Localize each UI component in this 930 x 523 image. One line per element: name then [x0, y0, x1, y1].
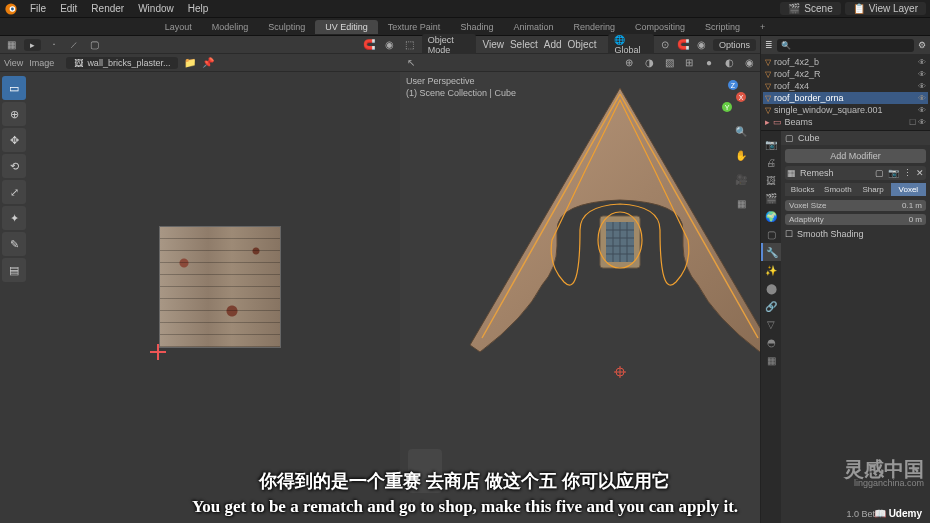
img-pin-icon[interactable]: 📌: [202, 57, 214, 68]
tab-particles-icon[interactable]: ✨: [761, 261, 781, 279]
visibility-icon[interactable]: ☐ 👁: [909, 118, 926, 127]
tool-select-icon[interactable]: ▭: [2, 76, 26, 100]
mod-menu-icon[interactable]: ⋮: [903, 168, 912, 178]
visibility-icon[interactable]: 👁: [918, 58, 926, 67]
uv-sync[interactable]: ▸: [24, 39, 41, 51]
scene-selector[interactable]: 🎬 Scene: [780, 2, 840, 15]
editor-type-icon[interactable]: ▦: [4, 38, 18, 52]
tool-annotate-icon[interactable]: ✎: [2, 232, 26, 256]
ws-sculpting[interactable]: Sculpting: [258, 20, 315, 34]
nav-mouse-widget[interactable]: [408, 449, 442, 493]
img-browse-icon[interactable]: 📁: [184, 57, 196, 68]
mode-select[interactable]: Object Mode: [422, 34, 477, 56]
outliner-filter-icon[interactable]: ⚙: [918, 40, 926, 50]
visibility-icon[interactable]: 👁: [918, 82, 926, 91]
camera-view-icon[interactable]: 🎥: [732, 170, 750, 188]
ws-animation[interactable]: Animation: [503, 20, 563, 34]
ws-add[interactable]: +: [750, 20, 775, 34]
mode-blocks[interactable]: Blocks: [785, 183, 820, 196]
modifier-name[interactable]: Remesh: [800, 168, 871, 178]
tab-texture-icon[interactable]: ▦: [761, 351, 781, 369]
shading-wire-icon[interactable]: ⊞: [682, 56, 696, 70]
move-view-icon[interactable]: ✋: [732, 146, 750, 164]
tab-physics-icon[interactable]: ⬤: [761, 279, 781, 297]
viewport-canvas[interactable]: User Perspective (1) Scene Collection | …: [400, 72, 760, 523]
pivot-icon[interactable]: ⊙: [660, 38, 672, 52]
menu-file[interactable]: File: [24, 3, 52, 14]
uv-edge-icon[interactable]: ⟋: [67, 38, 81, 52]
outliner-item[interactable]: ▽roof_border_orna👁: [763, 92, 928, 104]
tool-scale-icon[interactable]: ⤢: [2, 180, 26, 204]
mode-voxel[interactable]: Voxel: [891, 183, 926, 196]
mode-sharp[interactable]: Sharp: [856, 183, 891, 196]
shading-solid-icon[interactable]: ●: [702, 56, 716, 70]
menu-render[interactable]: Render: [85, 3, 130, 14]
uv-prop-edit-icon[interactable]: ◉: [382, 38, 396, 52]
vp-editor-type-icon[interactable]: ⬚: [404, 38, 416, 52]
uv-canvas[interactable]: ▭ ⊕ ✥ ⟲ ⤢ ✦ ✎ ▤: [0, 72, 400, 523]
tool-measure-icon[interactable]: ▤: [2, 258, 26, 282]
mode-smooth[interactable]: Smooth: [820, 183, 855, 196]
tab-material-icon[interactable]: ◓: [761, 333, 781, 351]
ws-layout[interactable]: Layout: [155, 20, 202, 34]
uv-menu-image[interactable]: Image: [29, 58, 54, 68]
uv-vert-icon[interactable]: ⬝: [47, 38, 61, 52]
view-layer-selector[interactable]: 📋 View Layer: [845, 2, 926, 15]
menu-help[interactable]: Help: [182, 3, 215, 14]
uv-face-icon[interactable]: ▢: [87, 38, 101, 52]
uv-menu-view[interactable]: View: [4, 58, 23, 68]
overlays-toggle-icon[interactable]: ◑: [642, 56, 656, 70]
snap-icon[interactable]: 🧲: [677, 38, 689, 52]
tool-rotate-icon[interactable]: ⟲: [2, 154, 26, 178]
mod-close-icon[interactable]: ✕: [916, 168, 924, 178]
ws-rendering[interactable]: Rendering: [563, 20, 625, 34]
outliner-item[interactable]: ▽roof_4x2_b👁: [763, 56, 928, 68]
tool-move-icon[interactable]: ✥: [2, 128, 26, 152]
tab-constraints-icon[interactable]: 🔗: [761, 297, 781, 315]
ws-texture-paint[interactable]: Texture Paint: [378, 20, 451, 34]
menu-window[interactable]: Window: [132, 3, 180, 14]
outliner-item[interactable]: ▽single_window_square.001👁: [763, 104, 928, 116]
prop-edit-icon[interactable]: ◉: [695, 38, 707, 52]
shading-render-icon[interactable]: ◉: [742, 56, 756, 70]
ws-shading[interactable]: Shading: [450, 20, 503, 34]
menu-edit[interactable]: Edit: [54, 3, 83, 14]
nav-gizmo[interactable]: X Y Z: [714, 78, 752, 116]
vp-menu-add[interactable]: Add: [544, 39, 562, 50]
smooth-shading-checkbox[interactable]: ☐: [785, 229, 793, 239]
outliner-type-icon[interactable]: ≣: [765, 40, 773, 50]
ws-scripting[interactable]: Scripting: [695, 20, 750, 34]
tab-world-icon[interactable]: 🌍: [761, 207, 781, 225]
axis-x-icon[interactable]: X: [736, 92, 746, 102]
options-dropdown[interactable]: Options: [713, 39, 756, 51]
tab-viewlayer-icon[interactable]: 🖼: [761, 171, 781, 189]
image-datablock[interactable]: 🖼 wall_bricks_plaster...: [66, 57, 178, 69]
outliner-item[interactable]: ▽roof_4x4👁: [763, 80, 928, 92]
orientation-select[interactable]: 🌐 Global: [608, 34, 653, 56]
adaptivity-slider[interactable]: Adaptivity0 m: [785, 214, 926, 225]
zoom-icon[interactable]: 🔍: [732, 122, 750, 140]
vp-tool-cursor-icon[interactable]: ↖: [404, 56, 418, 70]
visibility-icon[interactable]: 👁: [918, 70, 926, 79]
axis-y-icon[interactable]: Y: [722, 102, 732, 112]
xray-icon[interactable]: ▧: [662, 56, 676, 70]
add-modifier-button[interactable]: Add Modifier: [785, 149, 926, 163]
voxel-size-slider[interactable]: Voxel Size0.1 m: [785, 200, 926, 211]
tab-output-icon[interactable]: 🖨: [761, 153, 781, 171]
shading-matprev-icon[interactable]: ◐: [722, 56, 736, 70]
vp-menu-object[interactable]: Object: [568, 39, 597, 50]
axis-z-icon[interactable]: Z: [728, 80, 738, 90]
tab-modifiers-icon[interactable]: 🔧: [761, 243, 781, 261]
tool-cursor-icon[interactable]: ⊕: [2, 102, 26, 126]
tool-transform-icon[interactable]: ✦: [2, 206, 26, 230]
mod-display-icon[interactable]: ▢: [875, 168, 884, 178]
ws-uv-editing[interactable]: UV Editing: [315, 20, 378, 34]
outliner-item[interactable]: ▽roof_4x2_R👁: [763, 68, 928, 80]
persp-ortho-icon[interactable]: ▦: [732, 194, 750, 212]
tab-render-icon[interactable]: 📷: [761, 135, 781, 153]
tab-scene-icon[interactable]: 🎬: [761, 189, 781, 207]
vp-menu-view[interactable]: View: [482, 39, 504, 50]
tab-object-icon[interactable]: ▢: [761, 225, 781, 243]
ws-modeling[interactable]: Modeling: [202, 20, 259, 34]
outliner-search[interactable]: 🔍: [777, 39, 914, 52]
